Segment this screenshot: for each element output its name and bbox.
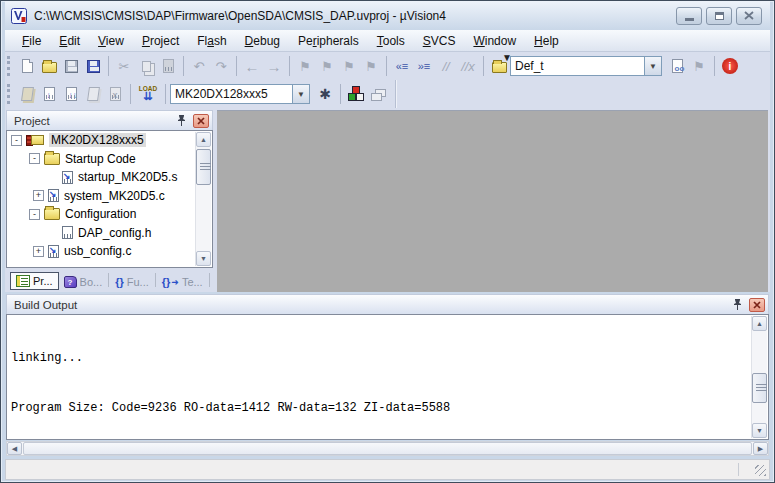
project-close-button[interactable] <box>193 114 209 128</box>
chevron-down-icon[interactable]: ▼ <box>292 85 309 103</box>
menu-file[interactable]: File <box>13 32 50 50</box>
tree-item-label[interactable]: Startup Code <box>64 152 137 166</box>
toolbar-grip[interactable] <box>7 56 12 76</box>
build-output-close-button[interactable] <box>749 298 765 312</box>
tree-expander[interactable]: - <box>11 135 22 146</box>
source-file-icon: ↘ <box>62 171 73 184</box>
tab-books[interactable]: ? Bo... <box>59 274 108 290</box>
menu-debug[interactable]: Debug <box>236 32 289 50</box>
tree-row-file[interactable]: DAP_config.h <box>7 224 212 243</box>
project-tree-scrollbar[interactable]: ▲ ▼ <box>195 132 211 266</box>
scrollbar-thumb[interactable] <box>196 149 211 185</box>
menu-project[interactable]: Project <box>133 32 188 50</box>
tree-item-label[interactable]: MK20DX128xxx5 <box>49 133 146 147</box>
tree-item-label[interactable]: system_MK20D5.c <box>63 189 166 203</box>
tree-row-group[interactable]: - Startup Code <box>7 150 212 169</box>
scroll-down-icon[interactable]: ▼ <box>752 423 767 438</box>
tree-row-target[interactable]: - MK20DX128xxx5 <box>7 131 212 150</box>
menu-tools[interactable]: Tools <box>368 32 414 50</box>
tree-row-file[interactable]: + ↘ usb_config.c <box>7 242 212 261</box>
tab-project[interactable]: Pr... <box>10 272 59 290</box>
toggle-bookmark-icon[interactable]: ⚑ <box>294 55 316 77</box>
pin-icon[interactable] <box>732 298 743 311</box>
tab-functions[interactable]: {} Fu... <box>110 274 154 290</box>
incremental-find-icon[interactable]: ⚑ <box>688 55 710 77</box>
build-output-line: Program Size: Code=9236 RO-data=1412 RW-… <box>11 400 748 417</box>
tab-templates[interactable]: {}➜ Te... <box>157 274 208 290</box>
tree-row-group[interactable]: - Configuration <box>7 205 212 224</box>
scrollbar-thumb[interactable] <box>752 373 767 403</box>
tree-item-label[interactable]: Configuration <box>64 207 137 221</box>
options-for-target-icon[interactable]: ✱ <box>314 83 336 105</box>
unindent-icon[interactable]: «≡ <box>391 55 413 77</box>
undo-icon[interactable]: ↶ <box>188 55 210 77</box>
menu-flash[interactable]: Flash <box>188 32 235 50</box>
restore-button[interactable] <box>706 7 732 25</box>
window-layout-icon[interactable] <box>367 83 389 105</box>
search-document-icon[interactable]: oo <box>666 55 688 77</box>
rebuild-all-icon[interactable]: ↓↓ <box>60 83 82 105</box>
scroll-down-icon[interactable]: ▼ <box>196 251 211 266</box>
menu-peripherals[interactable]: Peripherals <box>289 32 368 50</box>
batch-build-icon[interactable] <box>82 83 104 105</box>
tree-expander[interactable]: - <box>29 209 40 220</box>
save-all-icon[interactable] <box>82 55 104 77</box>
scrollbar-thumb[interactable] <box>23 442 752 455</box>
menu-edit[interactable]: Edit <box>50 32 89 50</box>
save-icon[interactable] <box>60 55 82 77</box>
open-file-icon[interactable] <box>38 55 60 77</box>
indent-icon[interactable]: »≡ <box>413 55 435 77</box>
clear-all-bookmarks-icon[interactable]: ⚑ <box>360 55 382 77</box>
tree-expander[interactable]: - <box>29 153 40 164</box>
find-in-files-icon[interactable]: ▼ <box>488 55 510 77</box>
load-flash-icon[interactable]: LOAD⇊ <box>135 83 161 105</box>
chevron-down-icon[interactable]: ▼ <box>644 57 661 75</box>
tree-expander[interactable]: + <box>33 246 44 257</box>
build-output-hscrollbar[interactable]: ◀ ▶ <box>6 441 769 456</box>
resize-grip[interactable] <box>755 465 766 476</box>
build-icon[interactable]: ↓ <box>38 83 60 105</box>
tree-item-label[interactable]: usb_config.c <box>63 244 132 258</box>
paste-icon[interactable] <box>157 55 179 77</box>
next-bookmark-icon[interactable]: ⚑ <box>338 55 360 77</box>
tree-expander[interactable]: + <box>33 190 44 201</box>
scroll-left-icon[interactable]: ◀ <box>7 442 22 455</box>
navigate-back-icon[interactable]: ← <box>241 55 263 77</box>
pin-icon[interactable] <box>176 114 187 127</box>
new-file-icon[interactable] <box>16 55 38 77</box>
menu-window[interactable]: Window <box>464 32 525 50</box>
scroll-up-icon[interactable]: ▲ <box>752 316 767 331</box>
target-select-combo[interactable]: MK20DX128xxx5 ▼ <box>170 84 310 104</box>
menu-help[interactable]: Help <box>525 32 568 50</box>
define-combo[interactable]: Def_t ▼ <box>510 56 662 76</box>
navigate-forward-icon[interactable]: → <box>263 55 285 77</box>
minimize-icon <box>685 18 694 21</box>
minimize-button[interactable] <box>676 7 702 25</box>
target-icon <box>26 134 45 147</box>
tree-item-label[interactable]: DAP_config.h <box>77 226 152 240</box>
manage-components-icon[interactable] <box>345 83 367 105</box>
menu-view[interactable]: View <box>89 32 133 50</box>
tree-row-file[interactable]: ↘ startup_MK20D5.s <box>7 168 212 187</box>
comment-icon[interactable]: // <box>435 55 457 77</box>
copy-icon[interactable] <box>135 55 157 77</box>
group-folder-icon <box>44 208 60 220</box>
scroll-right-icon[interactable]: ▶ <box>753 442 768 455</box>
tree-item-label[interactable]: startup_MK20D5.s <box>77 170 178 184</box>
scroll-up-icon[interactable]: ▲ <box>196 132 211 147</box>
cut-icon[interactable]: ✂ <box>113 55 135 77</box>
stop-build-icon[interactable]: x <box>104 83 126 105</box>
title-bar[interactable]: C:\W\CMSIS\CMSIS\DAP\Firmware\OpenSDA\CM… <box>5 1 770 30</box>
group-folder-icon <box>44 153 60 165</box>
uncomment-icon[interactable]: //x <box>457 55 479 77</box>
previous-bookmark-icon[interactable]: ⚑ <box>316 55 338 77</box>
tree-row-file[interactable]: + ↘ system_MK20D5.c <box>7 187 212 206</box>
menu-svcs[interactable]: SVCS <box>414 32 465 50</box>
redo-icon[interactable]: ↷ <box>210 55 232 77</box>
close-button[interactable] <box>736 7 762 25</box>
build-output-log[interactable]: linking... Program Size: Code=9236 RO-da… <box>6 314 769 440</box>
toolbar-grip[interactable] <box>7 84 12 104</box>
translate-icon[interactable] <box>16 83 38 105</box>
infocenter-icon[interactable]: i <box>719 55 741 77</box>
build-output-scrollbar[interactable]: ▲ ▼ <box>751 316 767 438</box>
